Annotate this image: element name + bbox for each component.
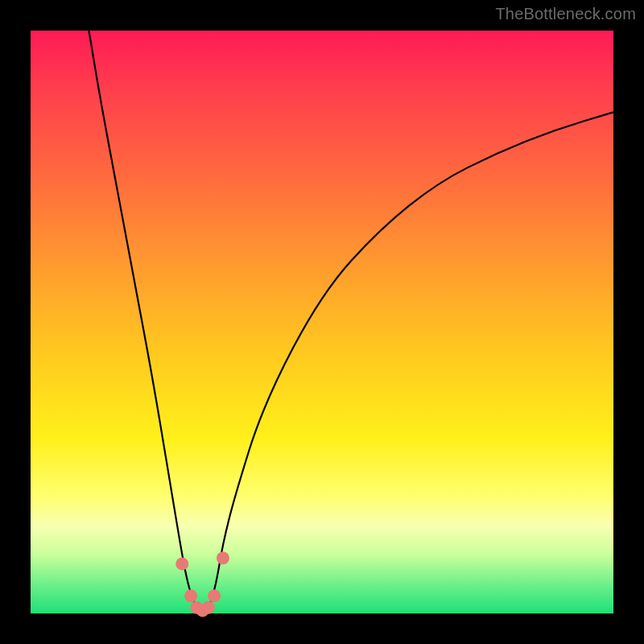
watermark-text: TheBottleneck.com xyxy=(495,5,636,23)
chart-svg xyxy=(31,31,613,613)
bottleneck-curve xyxy=(89,31,613,613)
data-marker xyxy=(208,589,221,602)
data-marker xyxy=(175,557,188,570)
chart-frame: TheBottleneck.com xyxy=(0,0,644,644)
data-marker xyxy=(184,589,197,602)
plot-area xyxy=(31,31,613,613)
marker-group xyxy=(175,551,229,617)
data-marker xyxy=(202,601,215,614)
data-marker xyxy=(217,551,229,564)
